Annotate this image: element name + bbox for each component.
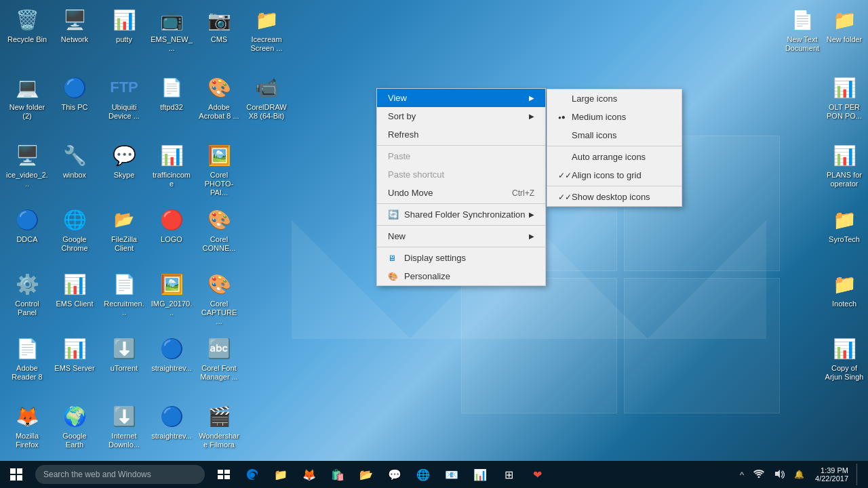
icon-coreldraw[interactable]: 🎨 Adobe Acrobat 8 ... xyxy=(195,71,243,123)
icon-mozilla-firefox[interactable]: 🦊 Mozilla Firefox xyxy=(3,400,51,452)
menu-item-paste[interactable]: Paste xyxy=(377,147,545,165)
taskbar-chrome[interactable]: 🌐 xyxy=(410,461,437,488)
svg-rect-2 xyxy=(10,475,16,481)
taskbar-folder[interactable]: 📂 xyxy=(353,461,380,488)
taskbar-skype[interactable]: 💬 xyxy=(381,461,408,488)
icon-utorrent[interactable]: ⬇️ uTorrent xyxy=(100,332,148,375)
tray-network[interactable] xyxy=(751,468,767,481)
taskbar-firefox[interactable]: 🦊 xyxy=(296,461,323,488)
svg-marker-9 xyxy=(775,470,780,478)
icon-adobe-acrobat[interactable]: 📄 tftpd32 xyxy=(148,71,195,115)
icon-this-pc[interactable]: 💻 New folder (2) xyxy=(3,71,51,123)
menu-item-refresh-label: Refresh xyxy=(388,129,419,140)
icon-putty[interactable]: 🖥️ Network xyxy=(51,3,98,47)
icon-internet-download[interactable]: ⬇️ Internet Downlo... xyxy=(100,400,148,452)
view-submenu-arrow: ▶ xyxy=(529,94,534,102)
shared-folder-arrow: ▶ xyxy=(529,211,534,218)
svg-rect-6 xyxy=(218,475,223,479)
tray-volume[interactable] xyxy=(771,468,787,482)
icon-new-folder-2[interactable]: 📁 Icecream Screen ... xyxy=(243,3,290,56)
menu-item-new[interactable]: New ▶ xyxy=(377,227,545,245)
icon-recruitment[interactable]: 📄 Recruitmen... xyxy=(100,268,148,320)
submenu-small-icons[interactable]: Small icons xyxy=(547,126,682,144)
start-button[interactable] xyxy=(0,461,33,488)
icon-ubiquiti[interactable]: 🔵 This PC xyxy=(51,71,98,115)
icon-ddca[interactable]: 🔵 DDCA xyxy=(3,203,51,247)
taskbar-tiles[interactable]: ⊞ xyxy=(495,461,522,488)
taskbar-edge[interactable] xyxy=(239,461,266,488)
taskbar-task-view[interactable] xyxy=(210,461,237,488)
icon-ems-client[interactable]: 📊 EMS Client xyxy=(51,268,98,311)
clock-date: 4/22/2017 xyxy=(815,474,848,483)
context-separator-2 xyxy=(377,203,545,204)
icon-network[interactable]: 🖥️ ice_video_2... xyxy=(3,139,51,191)
icon-plans-operator[interactable]: 📊 PLANS for operator xyxy=(821,139,868,191)
submenu-separator-1 xyxy=(547,146,682,146)
taskbar-store[interactable]: 🛍️ xyxy=(324,461,351,488)
taskbar-powerpoint[interactable]: 📊 xyxy=(467,461,494,488)
icon-inotech[interactable]: 📁 Inotech xyxy=(821,268,868,311)
icon-filezilla[interactable]: 📂 FileZilla Client xyxy=(100,203,148,256)
context-separator-1 xyxy=(377,145,545,146)
menu-item-sort-by[interactable]: Sort by ▶ xyxy=(377,107,545,125)
submenu-auto-arrange[interactable]: Auto arrange icons xyxy=(547,148,682,166)
icon-syrotech[interactable]: 📁 SyroTech xyxy=(821,203,868,247)
search-input[interactable] xyxy=(35,465,205,484)
menu-item-shared-folder[interactable]: 🔄 Shared Folder Synchronization ▶ xyxy=(377,205,545,224)
tray-notification[interactable]: 🔔 xyxy=(791,468,807,481)
icon-copy-arjun[interactable]: 📊 Copy of Arjun Singh xyxy=(821,332,868,384)
icon-straightrev2[interactable]: 🔵 straightrev... xyxy=(148,400,195,443)
tray-expand[interactable]: ^ xyxy=(737,468,747,481)
svg-point-8 xyxy=(758,476,760,478)
icon-icecream[interactable]: 📷 CMS xyxy=(195,3,243,47)
icon-recycle-bin[interactable]: 🗑️ Recycle Bin xyxy=(3,3,51,47)
icon-control-panel[interactable]: ⚙️ Control Panel xyxy=(3,268,51,320)
icon-skype[interactable]: 💬 Skype xyxy=(100,139,148,182)
icon-img-20170[interactable]: 🖼️ IMG_20170... xyxy=(148,268,195,320)
svg-rect-7 xyxy=(224,475,230,479)
icon-corel-photo[interactable]: 🖼️ Corel PHOTO-PAI... xyxy=(195,139,243,201)
icon-corel-font[interactable]: 🔤 Corel Font Manager ... xyxy=(195,332,243,384)
svg-rect-3 xyxy=(17,475,22,481)
submenu-show-desktop[interactable]: ✓ Show desktop icons xyxy=(547,188,682,206)
undo-move-shortcut: Ctrl+Z xyxy=(512,188,534,198)
shared-folder-icon: 🔄 xyxy=(388,209,401,220)
menu-item-display-settings-label: Display settings xyxy=(404,253,466,263)
menu-item-personalize-label: Personalize xyxy=(404,271,450,281)
icon-wondershare[interactable]: 🎬 Wondershare Filmora xyxy=(195,400,243,452)
icon-ems-new[interactable]: 📊 putty xyxy=(100,3,148,47)
tray-show-desktop[interactable] xyxy=(856,464,863,485)
menu-item-paste-shortcut[interactable]: Paste shortcut xyxy=(377,165,545,184)
icon-cms[interactable]: 📺 EMS_NEW_... xyxy=(148,3,195,56)
menu-item-display-settings[interactable]: 🖥 Display settings xyxy=(377,249,545,267)
icon-adobe-reader[interactable]: 📄 Adobe Reader 8 xyxy=(3,332,51,384)
icon-google-chrome[interactable]: 🌐 Google Chrome xyxy=(51,203,98,256)
icon-new-text-doc[interactable]: 📄 New Text Document xyxy=(778,3,826,56)
icon-corel-connect[interactable]: 🎨 Corel CONNE... xyxy=(195,203,243,256)
icon-olt-per-pon[interactable]: 📊 OLT PER PON PO... xyxy=(821,71,868,123)
submenu-medium-icons[interactable]: ● Medium icons xyxy=(547,108,682,126)
icon-new-folder-right[interactable]: 📁 New folder xyxy=(821,3,868,47)
menu-item-undo-move-label: Undo Move xyxy=(388,188,433,198)
menu-item-paste-shortcut-label: Paste shortcut xyxy=(388,169,444,180)
icon-logo[interactable]: 🔴 LOGO xyxy=(148,203,195,247)
menu-item-refresh[interactable]: Refresh xyxy=(377,125,545,144)
menu-item-undo-move[interactable]: Undo Move Ctrl+Z xyxy=(377,184,545,202)
svg-rect-1 xyxy=(17,468,22,474)
icon-winbox[interactable]: 🔧 winbox xyxy=(51,139,98,182)
icon-ice-video[interactable]: 📹 CorelDRAW X8 (64-Bit) xyxy=(243,71,290,123)
submenu-large-icons[interactable]: Large icons xyxy=(547,89,682,108)
menu-item-personalize[interactable]: 🎨 Personalize xyxy=(377,267,545,285)
menu-item-view[interactable]: View ▶ Large icons ● Medium icons Small … xyxy=(377,89,545,107)
icon-tftpd32[interactable]: FTP Ubiquiti Device ... xyxy=(100,71,148,123)
icon-corel-capture[interactable]: 🎨 Corel CAPTURE ... xyxy=(195,268,243,329)
icon-google-earth[interactable]: 🌍 Google Earth xyxy=(51,400,98,452)
icon-trafficincome[interactable]: 📊 trafficincome xyxy=(148,139,195,191)
clock-display[interactable]: 1:39 PM 4/22/2017 xyxy=(811,465,852,484)
taskbar-outlook[interactable]: 📧 xyxy=(438,461,465,488)
submenu-align-grid[interactable]: ✓ Align icons to grid xyxy=(547,166,682,184)
taskbar-heartbeat[interactable]: ❤ xyxy=(524,461,551,488)
icon-ems-server[interactable]: 📊 EMS Server xyxy=(51,332,98,375)
taskbar-file-explorer[interactable]: 📁 xyxy=(267,461,294,488)
icon-straightrev1[interactable]: 🔵 straightrev... xyxy=(148,332,195,375)
